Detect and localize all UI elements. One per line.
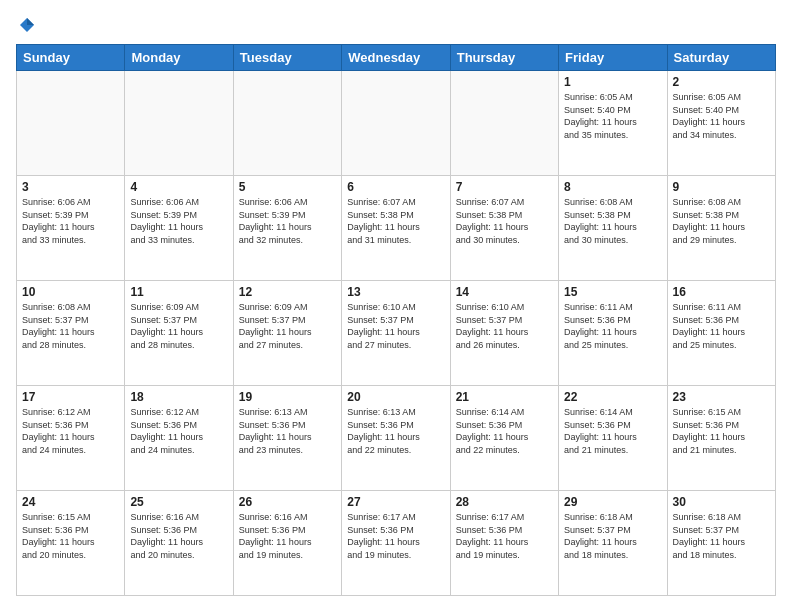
calendar-cell [233,71,341,176]
day-number: 13 [347,285,444,299]
calendar-cell: 25Sunrise: 6:16 AM Sunset: 5:36 PM Dayli… [125,491,233,596]
calendar-cell: 7Sunrise: 6:07 AM Sunset: 5:38 PM Daylig… [450,176,558,281]
weekday-header-saturday: Saturday [667,45,775,71]
day-info: Sunrise: 6:18 AM Sunset: 5:37 PM Dayligh… [673,511,770,561]
day-info: Sunrise: 6:08 AM Sunset: 5:37 PM Dayligh… [22,301,119,351]
day-info: Sunrise: 6:15 AM Sunset: 5:36 PM Dayligh… [22,511,119,561]
calendar-cell: 27Sunrise: 6:17 AM Sunset: 5:36 PM Dayli… [342,491,450,596]
day-number: 28 [456,495,553,509]
day-info: Sunrise: 6:14 AM Sunset: 5:36 PM Dayligh… [456,406,553,456]
calendar-cell: 20Sunrise: 6:13 AM Sunset: 5:36 PM Dayli… [342,386,450,491]
calendar-cell: 6Sunrise: 6:07 AM Sunset: 5:38 PM Daylig… [342,176,450,281]
day-info: Sunrise: 6:06 AM Sunset: 5:39 PM Dayligh… [239,196,336,246]
calendar-cell: 13Sunrise: 6:10 AM Sunset: 5:37 PM Dayli… [342,281,450,386]
logo [16,16,36,34]
day-info: Sunrise: 6:15 AM Sunset: 5:36 PM Dayligh… [673,406,770,456]
day-info: Sunrise: 6:10 AM Sunset: 5:37 PM Dayligh… [347,301,444,351]
calendar-cell: 12Sunrise: 6:09 AM Sunset: 5:37 PM Dayli… [233,281,341,386]
calendar-cell [450,71,558,176]
day-info: Sunrise: 6:17 AM Sunset: 5:36 PM Dayligh… [347,511,444,561]
day-number: 4 [130,180,227,194]
weekday-header-friday: Friday [559,45,667,71]
calendar-cell: 19Sunrise: 6:13 AM Sunset: 5:36 PM Dayli… [233,386,341,491]
calendar-cell: 8Sunrise: 6:08 AM Sunset: 5:38 PM Daylig… [559,176,667,281]
day-info: Sunrise: 6:08 AM Sunset: 5:38 PM Dayligh… [564,196,661,246]
day-number: 12 [239,285,336,299]
day-info: Sunrise: 6:08 AM Sunset: 5:38 PM Dayligh… [673,196,770,246]
calendar-cell: 21Sunrise: 6:14 AM Sunset: 5:36 PM Dayli… [450,386,558,491]
calendar-cell: 17Sunrise: 6:12 AM Sunset: 5:36 PM Dayli… [17,386,125,491]
day-info: Sunrise: 6:09 AM Sunset: 5:37 PM Dayligh… [239,301,336,351]
calendar-cell: 18Sunrise: 6:12 AM Sunset: 5:36 PM Dayli… [125,386,233,491]
calendar-cell [342,71,450,176]
day-info: Sunrise: 6:06 AM Sunset: 5:39 PM Dayligh… [22,196,119,246]
day-number: 29 [564,495,661,509]
calendar-week-row: 24Sunrise: 6:15 AM Sunset: 5:36 PM Dayli… [17,491,776,596]
day-number: 2 [673,75,770,89]
calendar-cell: 2Sunrise: 6:05 AM Sunset: 5:40 PM Daylig… [667,71,775,176]
day-number: 15 [564,285,661,299]
calendar-cell: 9Sunrise: 6:08 AM Sunset: 5:38 PM Daylig… [667,176,775,281]
day-number: 27 [347,495,444,509]
day-info: Sunrise: 6:09 AM Sunset: 5:37 PM Dayligh… [130,301,227,351]
calendar-cell: 24Sunrise: 6:15 AM Sunset: 5:36 PM Dayli… [17,491,125,596]
weekday-header-thursday: Thursday [450,45,558,71]
calendar-cell: 4Sunrise: 6:06 AM Sunset: 5:39 PM Daylig… [125,176,233,281]
svg-marker-1 [27,18,34,25]
day-info: Sunrise: 6:11 AM Sunset: 5:36 PM Dayligh… [673,301,770,351]
day-number: 5 [239,180,336,194]
day-info: Sunrise: 6:14 AM Sunset: 5:36 PM Dayligh… [564,406,661,456]
day-info: Sunrise: 6:05 AM Sunset: 5:40 PM Dayligh… [673,91,770,141]
day-number: 9 [673,180,770,194]
weekday-header-monday: Monday [125,45,233,71]
calendar-cell: 10Sunrise: 6:08 AM Sunset: 5:37 PM Dayli… [17,281,125,386]
day-number: 26 [239,495,336,509]
calendar-cell: 16Sunrise: 6:11 AM Sunset: 5:36 PM Dayli… [667,281,775,386]
day-info: Sunrise: 6:16 AM Sunset: 5:36 PM Dayligh… [239,511,336,561]
calendar-cell: 3Sunrise: 6:06 AM Sunset: 5:39 PM Daylig… [17,176,125,281]
day-number: 18 [130,390,227,404]
day-info: Sunrise: 6:16 AM Sunset: 5:36 PM Dayligh… [130,511,227,561]
calendar-cell: 11Sunrise: 6:09 AM Sunset: 5:37 PM Dayli… [125,281,233,386]
weekday-header-wednesday: Wednesday [342,45,450,71]
calendar-cell: 28Sunrise: 6:17 AM Sunset: 5:36 PM Dayli… [450,491,558,596]
calendar-week-row: 17Sunrise: 6:12 AM Sunset: 5:36 PM Dayli… [17,386,776,491]
day-number: 21 [456,390,553,404]
day-number: 17 [22,390,119,404]
calendar-cell: 23Sunrise: 6:15 AM Sunset: 5:36 PM Dayli… [667,386,775,491]
day-number: 7 [456,180,553,194]
day-number: 8 [564,180,661,194]
calendar-header-row: SundayMondayTuesdayWednesdayThursdayFrid… [17,45,776,71]
page: SundayMondayTuesdayWednesdayThursdayFrid… [0,0,792,612]
weekday-header-sunday: Sunday [17,45,125,71]
day-info: Sunrise: 6:06 AM Sunset: 5:39 PM Dayligh… [130,196,227,246]
day-number: 10 [22,285,119,299]
calendar-week-row: 10Sunrise: 6:08 AM Sunset: 5:37 PM Dayli… [17,281,776,386]
day-info: Sunrise: 6:10 AM Sunset: 5:37 PM Dayligh… [456,301,553,351]
day-info: Sunrise: 6:17 AM Sunset: 5:36 PM Dayligh… [456,511,553,561]
day-number: 24 [22,495,119,509]
calendar-cell: 30Sunrise: 6:18 AM Sunset: 5:37 PM Dayli… [667,491,775,596]
day-number: 6 [347,180,444,194]
day-info: Sunrise: 6:13 AM Sunset: 5:36 PM Dayligh… [239,406,336,456]
day-info: Sunrise: 6:05 AM Sunset: 5:40 PM Dayligh… [564,91,661,141]
calendar-week-row: 3Sunrise: 6:06 AM Sunset: 5:39 PM Daylig… [17,176,776,281]
day-info: Sunrise: 6:18 AM Sunset: 5:37 PM Dayligh… [564,511,661,561]
day-info: Sunrise: 6:07 AM Sunset: 5:38 PM Dayligh… [347,196,444,246]
calendar-cell: 1Sunrise: 6:05 AM Sunset: 5:40 PM Daylig… [559,71,667,176]
calendar-cell [125,71,233,176]
day-number: 11 [130,285,227,299]
calendar-cell: 29Sunrise: 6:18 AM Sunset: 5:37 PM Dayli… [559,491,667,596]
calendar-table: SundayMondayTuesdayWednesdayThursdayFrid… [16,44,776,596]
day-info: Sunrise: 6:12 AM Sunset: 5:36 PM Dayligh… [130,406,227,456]
day-info: Sunrise: 6:13 AM Sunset: 5:36 PM Dayligh… [347,406,444,456]
calendar-cell: 15Sunrise: 6:11 AM Sunset: 5:36 PM Dayli… [559,281,667,386]
calendar-cell: 5Sunrise: 6:06 AM Sunset: 5:39 PM Daylig… [233,176,341,281]
day-number: 20 [347,390,444,404]
logo-icon [18,16,36,34]
calendar-cell: 26Sunrise: 6:16 AM Sunset: 5:36 PM Dayli… [233,491,341,596]
day-number: 23 [673,390,770,404]
day-number: 1 [564,75,661,89]
day-info: Sunrise: 6:07 AM Sunset: 5:38 PM Dayligh… [456,196,553,246]
calendar-cell [17,71,125,176]
